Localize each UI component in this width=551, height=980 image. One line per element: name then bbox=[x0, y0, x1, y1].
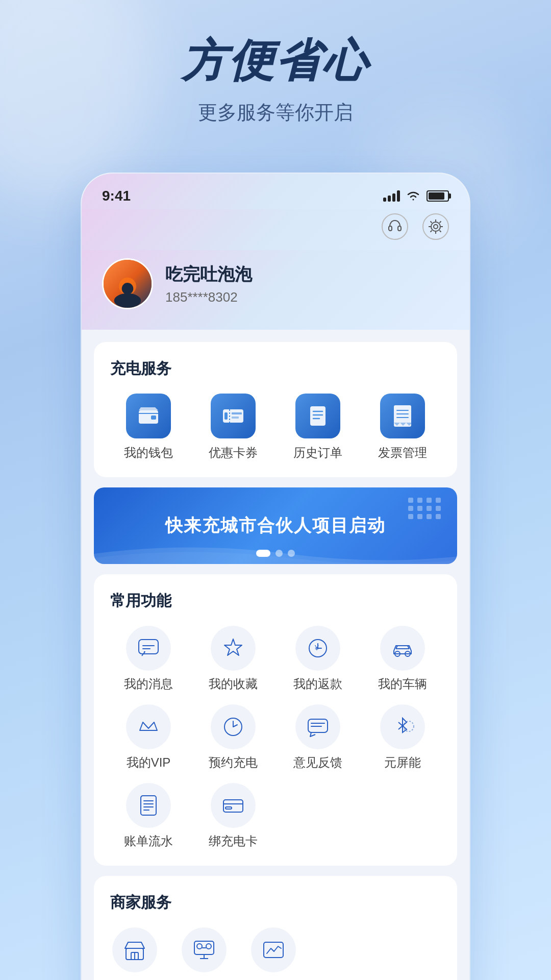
charging-services-title: 充电服务 bbox=[110, 358, 441, 379]
status-icons bbox=[383, 190, 449, 202]
banner-pagination bbox=[256, 550, 295, 557]
svg-rect-44 bbox=[223, 800, 243, 812]
invoice-label: 发票管理 bbox=[378, 445, 427, 461]
user-name: 吃完吐泡泡 bbox=[165, 263, 449, 286]
refund-label: 我的返款 bbox=[293, 676, 342, 692]
order-icon-wrap bbox=[295, 394, 340, 438]
vip-icon-wrap bbox=[126, 704, 171, 749]
coupon-icon-wrap bbox=[211, 394, 256, 438]
wifi-icon bbox=[406, 190, 420, 202]
merchant-services-card: 商家服务 商家中心 场站监控 bbox=[94, 876, 457, 980]
svg-point-38 bbox=[404, 721, 414, 731]
svg-text:¥: ¥ bbox=[314, 644, 319, 652]
common-refund[interactable]: ¥ 我的返款 bbox=[280, 626, 356, 692]
car-icon-wrap bbox=[380, 626, 425, 671]
common-functions-grid: 我的消息 我的收藏 ¥ 我的返款 bbox=[110, 626, 441, 849]
svg-rect-46 bbox=[226, 807, 232, 809]
banner[interactable]: 快来充城市合伙人项目启动 bbox=[94, 487, 457, 564]
svg-point-3 bbox=[431, 222, 440, 231]
svg-point-7 bbox=[122, 283, 134, 295]
status-time: 9:41 bbox=[102, 188, 131, 204]
vip-label: 我的VIP bbox=[127, 754, 171, 771]
common-card[interactable]: 绑充电卡 bbox=[195, 783, 271, 849]
bluetooth-icon-wrap bbox=[380, 704, 425, 749]
svg-point-52 bbox=[206, 944, 211, 949]
svg-rect-13 bbox=[232, 412, 242, 414]
card-icon-wrap bbox=[211, 783, 256, 828]
svg-rect-23 bbox=[139, 640, 158, 654]
common-bluetooth[interactable]: 元屏能 bbox=[364, 704, 441, 771]
star-icon-wrap bbox=[211, 626, 256, 671]
headset-button[interactable] bbox=[382, 213, 408, 240]
bill-label: 账单流水 bbox=[124, 833, 173, 849]
common-bill[interactable]: 账单流水 bbox=[110, 783, 187, 849]
merchant-management[interactable]: 泊站管理 bbox=[249, 927, 298, 980]
user-section: 吃完吐泡泡 185****8302 bbox=[82, 250, 469, 330]
monitor-icon-wrap bbox=[182, 927, 227, 972]
charging-services-grid: 我的钱包 优惠卡券 历史订单 bbox=[110, 394, 441, 461]
car-label: 我的车辆 bbox=[378, 676, 427, 692]
common-star[interactable]: 我的收藏 bbox=[195, 626, 271, 692]
merchant-monitor[interactable]: 场站监控 bbox=[180, 927, 229, 980]
svg-point-51 bbox=[197, 944, 202, 949]
coupon-label: 优惠卡券 bbox=[209, 445, 258, 461]
schedule-icon-wrap bbox=[211, 704, 256, 749]
header-icons-row bbox=[82, 209, 469, 250]
hero-title: 方便省心 bbox=[0, 31, 551, 91]
common-car[interactable]: 我的车辆 bbox=[364, 626, 441, 692]
phone-mockup: 9:41 bbox=[82, 174, 469, 980]
message-label: 我的消息 bbox=[124, 676, 173, 692]
svg-rect-0 bbox=[389, 226, 392, 231]
hero-subtitle: 更多服务等你开启 bbox=[0, 100, 551, 126]
hero-section: 方便省心 更多服务等你开启 bbox=[0, 31, 551, 126]
wallet-icon-wrap bbox=[126, 394, 171, 438]
merchant-store[interactable]: 商家中心 bbox=[110, 927, 159, 980]
banner-text: 快来充城市合伙人项目启动 bbox=[165, 514, 386, 537]
settings-button[interactable] bbox=[422, 213, 449, 240]
feedback-label: 意见反馈 bbox=[293, 754, 342, 771]
common-feedback[interactable]: 意见反馈 bbox=[280, 704, 356, 771]
svg-rect-15 bbox=[310, 406, 325, 426]
order-label: 历史订单 bbox=[293, 445, 342, 461]
battery-icon bbox=[427, 190, 449, 202]
avatar bbox=[102, 258, 153, 309]
refund-icon-wrap: ¥ bbox=[295, 626, 340, 671]
user-info: 吃完吐泡泡 185****8302 bbox=[165, 263, 449, 305]
svg-point-2 bbox=[434, 225, 438, 229]
content-area: 充电服务 我的钱包 优惠卡券 bbox=[82, 330, 469, 980]
banner-grid-decoration bbox=[408, 498, 442, 519]
common-functions-card: 常用功能 我的消息 我的收藏 ¥ bbox=[94, 574, 457, 866]
charging-services-card: 充电服务 我的钱包 优惠卡券 bbox=[94, 342, 457, 477]
common-schedule[interactable]: 预约充电 bbox=[195, 704, 271, 771]
signal-icon bbox=[383, 190, 400, 202]
feedback-icon-wrap bbox=[295, 704, 340, 749]
common-vip[interactable]: 我的VIP bbox=[110, 704, 187, 771]
service-wallet[interactable]: 我的钱包 bbox=[110, 394, 187, 461]
svg-point-6 bbox=[114, 293, 141, 308]
svg-rect-9 bbox=[151, 415, 156, 420]
user-phone: 185****8302 bbox=[165, 289, 449, 305]
service-order[interactable]: 历史订单 bbox=[280, 394, 356, 461]
bill-icon-wrap bbox=[126, 783, 171, 828]
service-coupon[interactable]: 优惠卡券 bbox=[195, 394, 271, 461]
service-invoice[interactable]: 发票管理 bbox=[364, 394, 441, 461]
star-label: 我的收藏 bbox=[209, 676, 258, 692]
wallet-label: 我的钱包 bbox=[124, 445, 173, 461]
invoice-icon-wrap bbox=[380, 394, 425, 438]
card-label: 绑充电卡 bbox=[209, 833, 258, 849]
store-icon-wrap bbox=[112, 927, 157, 972]
bluetooth-label: 元屏能 bbox=[384, 754, 421, 771]
status-bar: 9:41 bbox=[82, 174, 469, 209]
schedule-label: 预约充电 bbox=[209, 754, 258, 771]
svg-rect-56 bbox=[264, 942, 283, 958]
merchant-services-grid: 商家中心 场站监控 泊站管理 bbox=[110, 927, 441, 980]
svg-rect-39 bbox=[141, 796, 156, 815]
common-functions-title: 常用功能 bbox=[110, 591, 441, 611]
management-icon-wrap bbox=[251, 927, 296, 972]
svg-rect-12 bbox=[224, 412, 228, 420]
common-message[interactable]: 我的消息 bbox=[110, 626, 187, 692]
svg-rect-14 bbox=[232, 416, 239, 419]
svg-rect-1 bbox=[398, 226, 401, 231]
merchant-services-title: 商家服务 bbox=[110, 892, 441, 913]
message-icon-wrap bbox=[126, 626, 171, 671]
